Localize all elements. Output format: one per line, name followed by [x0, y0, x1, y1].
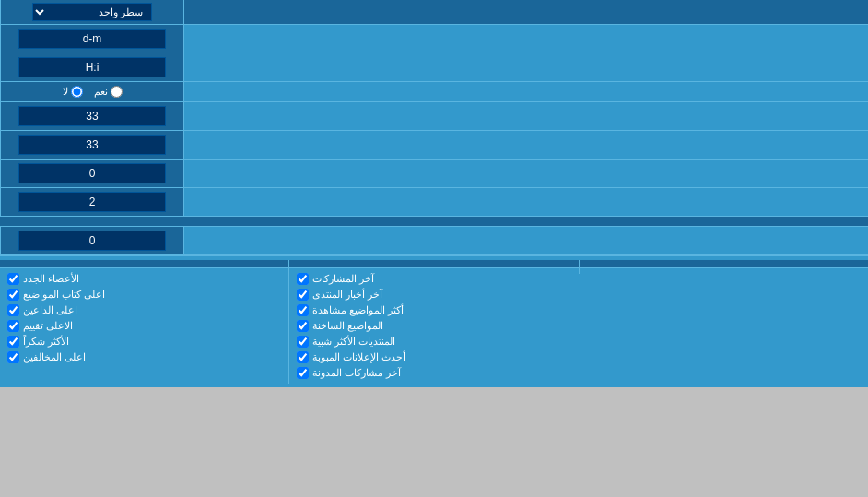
forum-stats-col: آخر المشاركاتآخر أخبار المنتدىأكثر الموا… [288, 268, 578, 384]
list-item[interactable]: أكثر المواضيع مشاهدة [297, 302, 570, 318]
bottom-label-col [579, 268, 868, 274]
checkbox[interactable] [7, 320, 19, 332]
display-select-cell: سطر واحد [0, 0, 184, 24]
checkbox[interactable] [7, 273, 19, 285]
checkbox-label: آخر مشاركات المدونة [312, 367, 401, 379]
checkbox[interactable] [297, 289, 309, 301]
list-item[interactable]: أحدث الإعلانات المبوبة [297, 349, 570, 365]
time-cut-row [0, 227, 868, 255]
username-limit-input[interactable] [18, 163, 166, 183]
bold-remove-label [184, 82, 868, 101]
bottom-content-row: آخر المشاركاتآخر أخبار المنتدىأكثر الموا… [0, 268, 868, 384]
cell-spacing-row [0, 188, 868, 217]
top-header-row: سطر واحد [0, 0, 868, 25]
time-cut-label [184, 227, 868, 254]
date-format-row [0, 25, 868, 53]
list-item[interactable]: آخر أخبار المنتدى [297, 287, 570, 302]
date-format-input[interactable] [18, 29, 166, 49]
forum-limit-input[interactable] [18, 135, 166, 155]
list-item[interactable]: الأعضاء الجدد [7, 271, 281, 287]
time-format-input-cell [0, 53, 184, 81]
list-item[interactable]: المنتديات الأكثر شبية [297, 334, 570, 349]
checkbox[interactable] [7, 351, 19, 363]
checkbox[interactable] [297, 320, 309, 332]
checkbox-label: الاعلى تقييم [23, 320, 73, 332]
checkbox-label: الأكثر شكراً [23, 336, 69, 348]
radio-yes[interactable] [111, 86, 123, 98]
time-format-input[interactable] [18, 57, 166, 77]
bold-remove-row: نعم لا [0, 82, 868, 102]
list-item[interactable]: آخر مشاركات المدونة [297, 365, 570, 381]
checkbox[interactable] [297, 351, 309, 363]
username-limit-row [0, 160, 868, 188]
list-item[interactable]: اعلى الداعين [7, 302, 281, 318]
col1-header [288, 260, 578, 267]
time-format-label [184, 53, 868, 81]
checkbox-label: المواضيع الساخنة [312, 320, 383, 332]
checkbox-label: المنتديات الأكثر شبية [312, 336, 395, 348]
checkbox[interactable] [7, 289, 19, 301]
checkbox-label: آخر المشاركات [312, 273, 374, 285]
list-item[interactable]: اعلى كتاب المواضيع [7, 287, 281, 302]
bottom-section: آخر المشاركاتآخر أخبار المنتدىأكثر الموا… [0, 255, 868, 387]
checkbox[interactable] [297, 367, 309, 379]
list-item[interactable]: الاعلى تقييم [7, 318, 281, 334]
checkbox-label: أحدث الإعلانات المبوبة [312, 351, 405, 363]
date-format-label [184, 25, 868, 53]
date-format-input-cell [0, 25, 184, 53]
time-cut-input-cell [0, 227, 184, 254]
checkbox[interactable] [7, 304, 19, 316]
checkbox[interactable] [297, 336, 309, 348]
bold-remove-radio-cell: نعم لا [0, 82, 184, 101]
radio-no[interactable] [71, 86, 83, 98]
topic-limit-input[interactable] [18, 106, 166, 126]
time-cut-header [0, 217, 868, 227]
list-item[interactable]: اعلى المخالفين [7, 349, 281, 365]
checkbox[interactable] [297, 273, 309, 285]
time-cut-input[interactable] [18, 231, 166, 251]
bottom-header-row [0, 260, 868, 268]
cell-spacing-input-cell [0, 188, 184, 216]
col2-header [0, 260, 288, 267]
main-container: سطر واحد [0, 0, 868, 387]
checkbox[interactable] [7, 336, 19, 348]
forum-limit-row [0, 131, 868, 160]
list-item[interactable]: المواضيع الساخنة [297, 318, 570, 334]
topic-limit-label [184, 102, 868, 130]
list-item[interactable]: آخر المشاركات [297, 271, 570, 287]
forum-limit-label [184, 131, 868, 159]
username-limit-label [184, 160, 868, 187]
limit-label-cell [579, 260, 868, 267]
checkbox-label: آخر أخبار المنتدى [312, 289, 382, 301]
topic-limit-row [0, 102, 868, 131]
checkbox-label: اعلى المخالفين [23, 351, 86, 363]
checkbox-label: اعلى الداعين [23, 304, 77, 316]
list-item[interactable]: الأكثر شكراً [7, 334, 281, 349]
time-format-row [0, 53, 868, 82]
radio-no-label[interactable]: لا [63, 86, 83, 98]
forum-limit-input-cell [0, 131, 184, 159]
cell-spacing-label [184, 188, 868, 216]
page-title [184, 0, 868, 24]
username-limit-input-cell [0, 160, 184, 187]
checkbox-label: الأعضاء الجدد [23, 273, 79, 285]
checkbox-label: اعلى كتاب المواضيع [23, 289, 105, 301]
topic-limit-input-cell [0, 102, 184, 130]
radio-yes-label[interactable]: نعم [94, 86, 123, 98]
cell-spacing-input[interactable] [18, 192, 166, 212]
display-dropdown[interactable]: سطر واحد [32, 3, 152, 21]
checkbox[interactable] [297, 304, 309, 316]
checkbox-label: أكثر المواضيع مشاهدة [312, 304, 404, 316]
member-stats-col: الأعضاء الجدداعلى كتاب المواضيعاعلى الدا… [0, 268, 288, 368]
